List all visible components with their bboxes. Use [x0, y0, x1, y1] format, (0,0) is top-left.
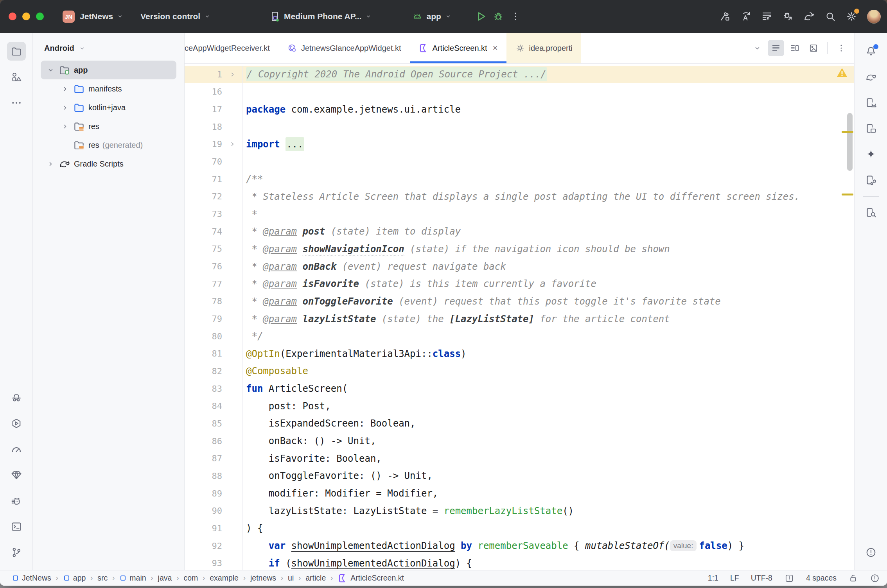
breadcrumb-item[interactable]: main — [119, 574, 146, 583]
search-everywhere-button[interactable] — [822, 8, 839, 25]
breadcrumb-item[interactable]: example — [210, 574, 239, 583]
fold-region-chevron[interactable] — [222, 71, 242, 78]
user-avatar[interactable] — [867, 10, 881, 23]
editor-gutter[interactable]: 85 — [185, 415, 242, 432]
close-window-button[interactable] — [9, 13, 16, 20]
zoom-window-button[interactable] — [36, 13, 44, 20]
project-view-mode-selector[interactable]: Android — [33, 33, 184, 61]
editor-gutter[interactable]: 75 — [185, 240, 242, 258]
indent-widget[interactable]: 4 spaces — [806, 574, 837, 583]
breadcrumb-item[interactable]: app — [63, 574, 86, 583]
minimize-window-button[interactable] — [22, 13, 30, 20]
inspection-warning-icon[interactable] — [835, 66, 849, 79]
project-tool-button[interactable] — [7, 42, 26, 61]
line-separator-widget[interactable]: LF — [730, 574, 739, 583]
tree-expand-chevron[interactable] — [60, 123, 70, 130]
problems-tool-button[interactable] — [862, 543, 880, 562]
editor-gutter[interactable]: 89 — [185, 485, 242, 502]
editor-gutter[interactable]: 74 — [185, 223, 242, 240]
run-configuration-selector[interactable]: app — [411, 11, 452, 22]
editor-gutter[interactable]: 70 — [185, 153, 242, 170]
fold-region-chevron[interactable] — [222, 140, 242, 148]
app-quality-insights-tool-button[interactable] — [7, 466, 26, 484]
run-button[interactable] — [472, 8, 490, 25]
close-tab-icon[interactable]: × — [493, 44, 498, 52]
terminal-tool-button[interactable] — [7, 517, 26, 536]
editor-gutter[interactable]: 71 — [185, 170, 242, 188]
code-view-button[interactable] — [768, 40, 784, 56]
tree-expand-chevron[interactable] — [60, 85, 70, 93]
editor-gutter[interactable]: 93 — [185, 554, 242, 570]
inspection-highlight-icon[interactable] — [784, 573, 794, 583]
running-devices-tool-button[interactable] — [862, 119, 880, 138]
tree-item-gradle-scripts[interactable]: Gradle Scripts — [41, 154, 176, 173]
version-control-tool-button[interactable] — [7, 543, 26, 562]
services-tool-button[interactable] — [7, 414, 26, 433]
editor-gutter[interactable]: 73 — [185, 205, 242, 223]
device-selector[interactable]: Medium Phone AP... — [269, 11, 372, 22]
tree-expand-chevron[interactable] — [45, 160, 56, 168]
tree-expand-chevron[interactable] — [45, 66, 56, 74]
split-view-button[interactable] — [786, 40, 803, 56]
breadcrumb-item[interactable]: ui — [288, 574, 294, 583]
encoding-widget[interactable]: UTF-8 — [751, 574, 772, 583]
problems-status-icon[interactable] — [870, 573, 880, 583]
tree-item-manifests[interactable]: manifests — [41, 79, 176, 98]
editor-kebab-menu[interactable] — [833, 40, 849, 56]
device-streaming-tool-button[interactable] — [862, 171, 880, 190]
build-button[interactable] — [716, 8, 733, 25]
editor-gutter[interactable]: 19 — [185, 136, 242, 153]
editor-gutter[interactable]: 80 — [185, 328, 242, 345]
app-inspection-tool-button[interactable] — [862, 203, 880, 222]
breadcrumb-item[interactable]: java — [158, 574, 172, 583]
caret-position-widget[interactable]: 1:1 — [708, 574, 718, 583]
breadcrumb-item[interactable]: JetNews — [12, 574, 51, 583]
hidden-tabs-chevron[interactable] — [749, 40, 765, 56]
editor-gutter[interactable]: 87 — [185, 450, 242, 467]
notifications-button[interactable] — [862, 42, 880, 61]
debug-button[interactable] — [490, 8, 507, 25]
attach-debugger-button[interactable] — [779, 8, 797, 25]
tree-item-res[interactable]: res (generated) — [41, 136, 176, 154]
editor-tab-articlescreen-kt[interactable]: ArticleScreen.kt × — [410, 33, 506, 63]
logcat-tool-button[interactable] — [7, 491, 26, 510]
breadcrumb-item[interactable]: ArticleScreen.kt — [338, 573, 404, 583]
gradle-sync-button[interactable] — [801, 8, 818, 25]
editor-gutter[interactable]: 72 — [185, 188, 242, 206]
editor-gutter[interactable]: 88 — [185, 467, 242, 485]
editor-gutter[interactable]: 82 — [185, 362, 242, 380]
more-tool-windows-button[interactable] — [7, 93, 26, 112]
profiler-tool-button[interactable] — [7, 440, 26, 459]
editor-gutter[interactable]: 77 — [185, 275, 242, 293]
resource-manager-tool-button[interactable] — [7, 68, 26, 86]
editor-gutter[interactable]: 81 — [185, 345, 242, 363]
tree-item-app[interactable]: app — [41, 61, 176, 79]
device-manager-tool-button[interactable] — [862, 93, 880, 112]
breadcrumb-item[interactable]: com — [183, 574, 198, 583]
tree-expand-chevron[interactable] — [60, 104, 70, 111]
scrollbar-warning-mark[interactable] — [842, 131, 853, 133]
editor-tab-jetnewsglanceappwidget-kt[interactable]: JetnewsGlanceAppWidget.kt — [278, 33, 410, 63]
editor-gutter[interactable]: 92 — [185, 537, 242, 555]
breadcrumb-item[interactable]: src — [97, 574, 108, 583]
editor-tab-ceappwidgetreceiver-kt[interactable]: ceAppWidgetReceiver.kt — [185, 33, 278, 63]
gradle-tool-button[interactable] — [862, 68, 880, 86]
editor-gutter[interactable]: 16 — [185, 83, 242, 101]
editor-tab-idea-properti[interactable]: idea.properti — [506, 33, 581, 63]
scrollbar-warning-mark[interactable] — [842, 194, 853, 195]
editor-gutter[interactable]: 17 — [185, 100, 242, 118]
editor-gutter[interactable]: 79 — [185, 310, 242, 328]
unlocked-icon[interactable] — [848, 573, 858, 583]
design-view-button[interactable] — [805, 40, 822, 56]
editor-gutter[interactable]: 86 — [185, 432, 242, 450]
more-actions-kebab[interactable] — [507, 8, 524, 25]
editor-gutter[interactable]: 1 — [185, 66, 242, 83]
editor-gutter[interactable]: 90 — [185, 502, 242, 520]
breadcrumb-item[interactable]: article — [305, 574, 326, 583]
editor-scrollbar[interactable] — [847, 113, 853, 171]
editor-gutter[interactable]: 76 — [185, 258, 242, 275]
code-editor[interactable]: 1 / Copyright 2020 The Android Open Sour… — [185, 64, 854, 570]
editor-gutter[interactable]: 84 — [185, 397, 242, 415]
editor-gutter[interactable]: 91 — [185, 520, 242, 537]
apply-changes-button[interactable] — [737, 8, 754, 25]
